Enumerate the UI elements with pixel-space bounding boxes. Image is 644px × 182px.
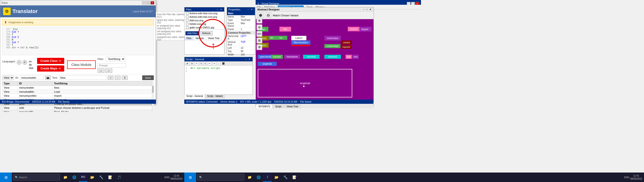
- zoom-out-btn[interactable]: ⊖: [265, 12, 272, 18]
- files-tab[interactable]: Files: [184, 37, 194, 40]
- wysiwyg-tab[interactable]: WYSIWYG: [256, 105, 273, 108]
- add-files-btn[interactable]: Add Files: [186, 31, 199, 35]
- taskbar-search-right[interactable]: 🔍: [197, 174, 244, 180]
- file-name: Delete-icon.png: [190, 23, 206, 25]
- minimize-btn[interactable]: ─: [142, 1, 146, 5]
- abstract-controls: ─ □ ✕: [362, 8, 372, 11]
- file-item[interactable]: Delete-icon.png: [184, 22, 224, 26]
- script-tool-3[interactable]: ✂: [195, 62, 199, 65]
- ds-filterchk: filtercheckbox: [291, 41, 310, 45]
- abstract-minimize-btn[interactable]: ─: [362, 8, 365, 11]
- abstract-restore-btn[interactable]: □: [366, 8, 368, 11]
- ds-label1: Label1: [291, 36, 306, 40]
- script-close-btn[interactable]: ✕: [248, 58, 251, 60]
- prop-left-row: Left 10: [227, 46, 255, 50]
- abstract-panel: Abstract Designer ─ □ ✕ ⊕ ⊖ Match Chosen…: [256, 7, 374, 107]
- close-btn[interactable]: ✕: [150, 1, 154, 5]
- start-button[interactable]: ⊞: [0, 172, 12, 182]
- prompt-input[interactable]: [98, 63, 126, 67]
- script-tab-abstract[interactable]: Script: [273, 105, 284, 108]
- file-checkbox[interactable]: [186, 23, 188, 25]
- file-item[interactable]: giallo-uomo-156511.jpg: [184, 26, 224, 29]
- table-scrollbar[interactable]: [152, 81, 154, 112]
- taskbar-r1[interactable]: 📁: [245, 172, 254, 182]
- script-general-tab[interactable]: Script - General: [184, 94, 205, 99]
- props-close-btn[interactable]: ✕: [250, 8, 254, 11]
- zoom-in-icon-btn[interactable]: ⊕: [256, 18, 262, 24]
- translator-header: ⚙ Translator Latest Build v0.027: [0, 6, 156, 17]
- taskbar-r2[interactable]: 🌐: [254, 172, 263, 182]
- file-checkbox[interactable]: [186, 19, 188, 22]
- taskbar-app1-icon[interactable]: 🔧: [97, 172, 105, 182]
- files-close-btn[interactable]: ✕: [220, 8, 223, 11]
- file-item[interactable]: Actions-edit-clear-icon.png: [184, 12, 224, 15]
- files-panel: Files ─ ✕ Actions-edit-clear-icon.png Ac…: [184, 7, 224, 54]
- script-tool-8[interactable]: ⌕: [217, 62, 220, 65]
- id-step-btn[interactable]: ◀▶: [45, 76, 51, 80]
- taskbar-app3-icon[interactable]: 🎵: [115, 172, 123, 182]
- text-input[interactable]: [59, 76, 106, 80]
- file-item[interactable]: Add-icon.png: [184, 19, 224, 22]
- script-panel: Script - General ─ ✕ ⊞ ⊟ ✂ ⎘ ⎗ ↩ ↪ ⌕ ⬛ 1…: [184, 57, 253, 95]
- script-panel-titlebar: Script - General ─ ✕: [184, 57, 252, 61]
- lang-minus-btn[interactable]: -: [17, 60, 22, 65]
- id-input[interactable]: [20, 76, 44, 80]
- create-class-btn[interactable]: Create Class ->: [37, 58, 64, 64]
- taskbar-app2-icon[interactable]: 📝: [106, 172, 114, 182]
- taskbar-browser-icon[interactable]: 🌐: [70, 172, 78, 182]
- file-checkbox[interactable]: [186, 26, 188, 29]
- refresh-btn[interactable]: Refresh: [200, 31, 212, 36]
- files-minimize-btn[interactable]: ─: [216, 8, 219, 11]
- settings-icon-btn[interactable]: ⚙: [256, 44, 262, 50]
- script-tool-1[interactable]: ⊞: [186, 62, 189, 65]
- view-select[interactable]: View: [2, 75, 14, 80]
- text-add-btn[interactable]: +: [108, 76, 114, 80]
- taskbar-r6[interactable]: 📝: [290, 172, 298, 182]
- file-item[interactable]: Actions-edit-redo-icon.png: [184, 15, 224, 19]
- table-row[interactable]: ViewmenuloadbtnLoad: [2, 90, 154, 94]
- table-row[interactable]: VieworlblPlease choose between Landscape…: [2, 106, 154, 110]
- ds-smbox2: sna: [352, 55, 359, 59]
- taskbar-r3-b4j[interactable]: J: [263, 172, 272, 182]
- table-row[interactable]: ViewmenuloadlblPixel_Studio: [2, 110, 154, 112]
- files-panel-controls: ─ ✕: [216, 8, 223, 11]
- script-tool-5[interactable]: ⎗: [204, 62, 207, 65]
- taskbar-search[interactable]: 🔍 Search: [13, 174, 60, 180]
- file-checkbox[interactable]: [186, 16, 188, 18]
- abstract-close-btn[interactable]: ✕: [369, 8, 372, 11]
- script-tool-2[interactable]: ⊟: [190, 62, 194, 65]
- script-tool-6[interactable]: ↩: [208, 62, 212, 65]
- percent-80-btn[interactable]: 80%: [256, 31, 262, 37]
- script-tool-9[interactable]: ⬛: [221, 62, 226, 65]
- filter-plus-btn[interactable]: —: [105, 68, 112, 73]
- taskbar-r5[interactable]: 🔧: [281, 172, 290, 182]
- text-num-btn[interactable]: 0: [122, 76, 128, 80]
- grid-icon-btn[interactable]: ⊞: [256, 38, 262, 43]
- taskbar-b4j-icon[interactable]: B4J: [79, 172, 88, 182]
- taskbar-folder-icon[interactable]: 📂: [88, 172, 96, 182]
- start-button-right[interactable]: ⊞: [184, 172, 196, 182]
- script-minimize-btn[interactable]: ─: [244, 58, 247, 60]
- table-row[interactable]: ViewmenunewbtnNew: [2, 86, 154, 90]
- script-tool-7[interactable]: ↪: [212, 62, 216, 65]
- save-btn[interactable]: Save: [142, 75, 154, 80]
- views-tree-tab-abstract[interactable]: Views Tree: [284, 105, 301, 108]
- zoom-out-icon-btn[interactable]: ⊖: [256, 24, 262, 30]
- script-variant-tab[interactable]: Script - Variant: [205, 94, 225, 99]
- variants-tab[interactable]: Variants: [194, 37, 206, 40]
- table-row[interactable]: ViewmenuimportbtnImport: [2, 94, 154, 98]
- file-checkbox[interactable]: [186, 12, 188, 15]
- filter-select[interactable]: Text/String: [106, 57, 125, 61]
- script-tool-4[interactable]: ⎘: [200, 62, 203, 65]
- maximize-btn[interactable]: □: [146, 1, 150, 5]
- zoom-fit-btn[interactable]: ⊕: [257, 12, 264, 18]
- views-tree-tab[interactable]: Views Tree: [206, 37, 222, 40]
- create-maps-btn[interactable]: Create Maps ->: [37, 65, 64, 71]
- taskbar-file-icon[interactable]: 📁: [61, 172, 70, 182]
- taskbar-r4[interactable]: 📂: [272, 172, 281, 182]
- ds-title-element: title: [280, 27, 291, 32]
- text-minus-btn[interactable]: -: [115, 76, 120, 80]
- lang-add-btn[interactable]: +: [22, 60, 27, 65]
- props-minimize-btn[interactable]: ─: [247, 8, 250, 11]
- filter-minus-btn[interactable]: —: [98, 68, 104, 73]
